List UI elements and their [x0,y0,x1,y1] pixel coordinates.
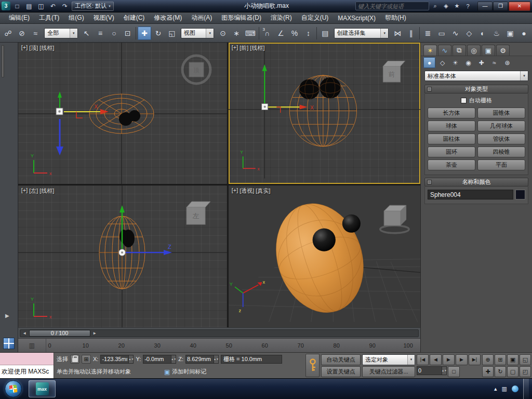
viewport-layout-tabs-icon[interactable] [3,338,15,349]
y-coordinate-field[interactable]: ▲▼ [143,355,176,364]
mirror-button[interactable]: ⋈ [391,26,404,40]
favorites-star-icon[interactable]: ★ [452,2,462,11]
select-object-button[interactable]: ↖ [80,26,93,40]
render-setup-button[interactable]: ♨ [490,26,503,40]
btn-cylinder[interactable]: 圆柱体 [428,134,475,144]
zoom-button[interactable]: ⊕ [482,354,494,365]
btn-pyramid[interactable]: 四棱锥 [477,147,525,157]
start-button[interactable] [5,380,22,397]
add-time-tag[interactable]: 添加时间标记 [172,368,206,376]
viewport-menu-plus[interactable]: [+] [232,44,238,52]
script-line[interactable]: 欢迎使用 MAXSc [0,365,54,378]
select-and-manipulate-button[interactable]: ∗ [230,26,243,40]
category-shapes[interactable]: ◇ [436,57,448,68]
menu-help[interactable]: 帮助(H) [380,12,411,23]
named-selection-set-dropdown[interactable]: 创建选择集 ▾ [334,28,389,38]
btn-plane[interactable]: 平面 [477,159,525,170]
tab-utilities[interactable]: ⚙ [496,45,510,56]
material-editor-button[interactable]: ◐ [476,26,489,40]
next-frame-button[interactable]: ▶ [456,354,468,365]
spinner-icon[interactable]: ▲▼ [214,355,218,363]
viewport-perspective[interactable]: [+] [透视] [真实] [229,185,420,327]
unlink-selection-button[interactable]: ⊘ [15,26,28,40]
selection-region-button[interactable]: ○ [108,26,121,40]
primitive-category-dropdown[interactable]: 标准基本体 ▾ [424,71,528,81]
edit-named-selection-sets-button[interactable]: ▤ [318,26,331,40]
show-desktop-button[interactable] [523,379,529,399]
front-viewport-canvas[interactable]: X Y x [229,43,420,184]
btn-tube[interactable]: 管状体 [477,134,525,144]
toolbar-drag-handle[interactable] [2,45,4,77]
viewport-left[interactable]: [+] [左] [线框] [18,185,227,327]
help-icon[interactable]: ? [463,2,473,11]
save-file-button[interactable]: ◫ [36,2,46,11]
render-production-button[interactable]: ● [517,26,530,40]
x-input[interactable] [101,356,128,362]
viewport-menu-plus[interactable]: [+] [21,44,28,52]
tab-hierarchy[interactable]: ⧉ [453,45,466,56]
curve-editor-button[interactable]: ∿ [449,26,462,40]
set-key-mode-button[interactable] [305,354,320,377]
category-systems[interactable]: ⊛ [501,57,513,68]
top-viewport-canvas[interactable]: X Y x [18,43,227,184]
category-geometry[interactable]: ● [423,57,435,68]
menu-views[interactable]: 视图(V) [89,12,119,23]
btn-sphere[interactable]: 球体 [428,121,475,131]
z-input[interactable] [186,356,214,362]
object-name-field[interactable] [428,190,513,200]
go-to-start-button[interactable]: |◀ [417,354,429,365]
viewport-menu-plus[interactable]: [+] [232,187,238,195]
communication-center-icon[interactable]: ◈ [441,2,451,11]
menu-tools[interactable]: 工具(T) [34,12,64,23]
spinner-icon[interactable]: ▲▼ [442,367,446,375]
autogrid-checkbox[interactable] [461,98,467,103]
spinner-icon[interactable]: ▲▼ [171,355,176,363]
workspace-dropdown[interactable]: 工作区: 默认 ▾ [72,2,114,11]
category-space-warps[interactable]: ≈ [488,57,500,68]
select-by-name-button[interactable]: ≡ [94,26,107,40]
viewport-top[interactable]: [+] [顶] [线框] [18,43,227,184]
spinner-snap-button[interactable]: ↕ [302,26,315,40]
menu-maxscript[interactable]: MAXScript(X) [333,12,380,23]
maxscript-mini-listener[interactable]: 欢迎使用 MAXSc [0,353,54,378]
window-crossing-button[interactable]: ⊡ [121,26,134,40]
zoom-extents-button[interactable]: ▣ [507,354,518,365]
show-hidden-icons[interactable]: ▴ [494,385,497,392]
btn-geosphere[interactable]: 几何球体 [477,121,525,131]
viewcube-face-label[interactable]: 左 [192,212,199,220]
layer-manager-button[interactable]: ≣ [421,26,434,40]
select-and-scale-button[interactable]: ◱ [165,26,178,40]
play-animation-button[interactable]: ▶ [443,354,455,365]
viewport-shading-label[interactable]: [真实] [256,187,270,195]
category-helpers[interactable]: ✚ [475,57,487,68]
previous-frame-arrow[interactable]: ◄ [21,330,28,337]
tab-modify[interactable]: ∿ [438,45,451,56]
left-viewport-canvas[interactable]: Z Y x 左 [18,185,227,327]
track-bar-options[interactable]: ▥ [18,339,46,352]
object-type-header[interactable]: − 对象类型 [424,85,528,94]
pan-view-button[interactable]: ✚ [482,366,494,377]
track-bar[interactable]: ▥ 0 10 20 30 40 50 60 70 80 90 100 [18,338,420,352]
menu-graph-editors[interactable]: 图形编辑器(D) [217,12,266,23]
open-file-button[interactable]: ▤ [24,2,34,11]
maximize-button[interactable]: ❐ [493,2,508,11]
select-and-link-button[interactable]: ☍ [2,26,15,40]
btn-torus[interactable]: 圆环 [428,147,475,157]
viewport-menu-plus[interactable]: [+] [21,187,28,195]
current-time-field[interactable]: ▲▼ [417,366,447,375]
category-lights[interactable]: ☀ [449,57,461,68]
schematic-view-button[interactable]: ◇ [462,26,475,40]
zoom-all-button[interactable]: ⊞ [495,354,506,365]
menu-animation[interactable]: 动画(A) [187,12,217,23]
tray-icon-network[interactable] [512,385,518,392]
menu-create[interactable]: 创建(C) [119,12,150,23]
menu-rendering[interactable]: 渲染(R) [266,12,297,23]
infocenter-search[interactable] [355,2,429,10]
key-mode-toggle-button[interactable]: ▢ [448,366,460,377]
auto-key-button[interactable]: 自动关键点 [321,354,361,365]
selection-filter-dropdown[interactable]: 全部 ▾ [44,28,78,38]
absolute-mode-toggle[interactable]: ⊞ [82,355,91,364]
btn-cone[interactable]: 圆锥体 [477,108,525,118]
taskbar-3dsmax-button[interactable]: max [29,380,56,397]
search-input[interactable] [358,3,427,9]
